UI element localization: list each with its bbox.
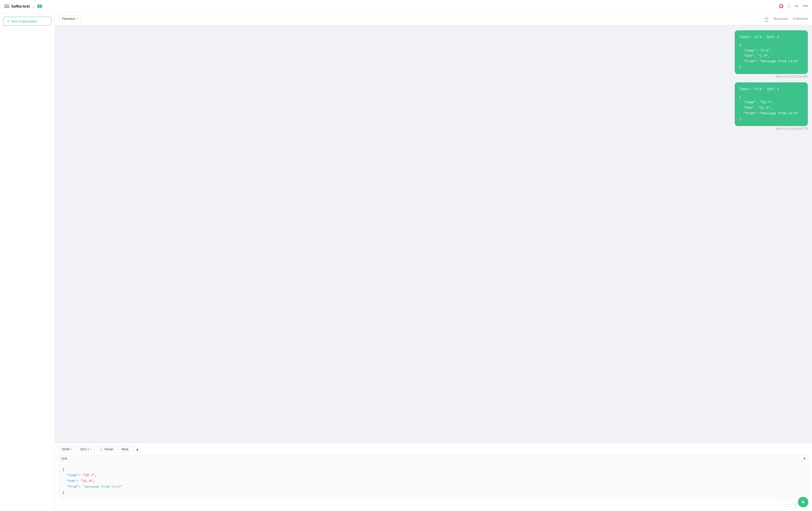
publish-qos-select[interactable]: QoS 1 ▾ [77, 446, 94, 453]
message-bubble-1: Topic: t1/a QoS: 1 { "temp": "3.5", "hum… [735, 30, 808, 74]
format-select[interactable]: Plaintext ▾ [59, 15, 81, 22]
send-button[interactable]: ➤ [798, 497, 808, 507]
chevron-down-icon[interactable]: ⌄ [32, 4, 35, 8]
topic-chevron-icon: ▾ [804, 457, 806, 460]
message-topic-1: Topic: t1/a [740, 34, 762, 40]
message-timestamp-1: 2024-10-18 13:57:59:494 [776, 75, 808, 78]
publish-format-select[interactable]: JSON ▾ [59, 446, 75, 453]
message-topic-line-2: Topic: t1/b QoS: 1 [740, 86, 803, 92]
publish-qos-chevron: ▾ [90, 448, 92, 451]
message-wrapper-2: Topic: t1/b QoS: 1 { "temp": "18.7", "hu… [59, 82, 808, 130]
send-icon: ➤ [800, 499, 807, 506]
edit-icon[interactable]: ✏ [795, 3, 799, 9]
message-timestamp-2: 2024-10-18 13:58:28:779 [776, 127, 808, 130]
json-editor[interactable]: { "temp": "18.7", "hum": "21.4", "from":… [59, 464, 808, 499]
new-subscription-button[interactable]: + New Subscription [3, 17, 52, 26]
tab-published[interactable]: Published [793, 16, 808, 21]
message-qos-2: QoS: 1 [767, 86, 779, 92]
new-subscription-label: New Subscription [11, 19, 37, 23]
message-body-1: { "temp": "3.5", "hum": "1.9", "from": "… [740, 43, 803, 70]
publish-qos-label: QoS 1 [80, 448, 89, 451]
retain-label: Retain [105, 448, 114, 451]
header-left: kafka-test ⌄ 2 [4, 4, 42, 9]
message-topic-2: Topic: t1/b [740, 86, 762, 92]
nav-back-button[interactable]: ← [783, 500, 790, 507]
messages-area: Topic: t1/a QoS: 1 { "temp": "3.5", "hum… [55, 25, 812, 443]
filter-tabs: All Received Published [764, 16, 808, 22]
message-bubble-2: Topic: t1/b QoS: 1 { "temp": "18.7", "hu… [735, 82, 808, 126]
message-wrapper-1: Topic: t1/a QoS: 1 { "temp": "3.5", "hum… [59, 30, 808, 78]
format-label: Plaintext [62, 17, 75, 21]
publish-panel: JSON ▾ QoS 1 ▾ Retain Meta [55, 443, 812, 511]
json-val-hum: "21.4" [81, 479, 93, 483]
plus-icon: + [7, 19, 9, 24]
json-key-hum: "hum" [67, 479, 77, 483]
retain-toggle[interactable]: Retain [97, 446, 117, 453]
editor-nav: ← □ → [59, 500, 808, 507]
json-close-brace: } [62, 491, 64, 494]
up-icon: ▲ [136, 448, 139, 451]
topic-value[interactable]: t1/b [61, 457, 67, 460]
meta-label: Meta [121, 448, 128, 451]
header: kafka-test ⌄ 2 ⏻ □ ✏ ••• [0, 0, 812, 12]
message-body-2: { "temp": "18.7", "hum": "21.4", "from":… [740, 95, 803, 122]
retain-circle-icon [99, 448, 103, 451]
publish-format-label: JSON [61, 448, 70, 451]
top-bar: Plaintext ▾ All Received Published [55, 12, 812, 25]
json-val-temp: "18.7" [83, 473, 95, 477]
json-key-temp: "temp" [67, 473, 79, 477]
up-button[interactable]: ▲ [133, 446, 141, 453]
publish-area: JSON ▾ QoS 1 ▾ Retain Meta [55, 443, 812, 511]
connection-badge: 2 [37, 4, 42, 8]
chat-icon[interactable]: □ [788, 3, 790, 9]
meta-button[interactable]: Meta [119, 446, 132, 453]
message-topic-line-1: Topic: t1/a QoS: 1 [740, 34, 803, 40]
topic-input-row: t1/b ▾ [59, 455, 808, 462]
tab-received[interactable]: Received [774, 16, 788, 21]
menu-icon[interactable] [4, 4, 9, 9]
more-icon[interactable]: ••• [803, 3, 808, 9]
header-right: ⏻ □ ✏ ••• [779, 3, 808, 9]
format-chevron-icon: ▾ [77, 17, 78, 20]
publish-toolbar: JSON ▾ QoS 1 ▾ Retain Meta [59, 446, 808, 453]
json-key-from: "from" [67, 485, 79, 489]
tab-all[interactable]: All [764, 16, 768, 22]
message-qos-1: QoS: 1 [767, 34, 779, 40]
publish-format-chevron: ▾ [71, 448, 72, 451]
main-layout: + New Subscription Plaintext ▾ All Recei… [0, 12, 812, 511]
content-area: Plaintext ▾ All Received Published Topic… [55, 12, 812, 511]
power-icon[interactable]: ⏻ [779, 3, 784, 9]
json-val-from: "message from t1/b" [83, 485, 121, 489]
app-name: kafka-test [11, 4, 30, 8]
sidebar: + New Subscription [0, 12, 55, 511]
json-open-brace: { [62, 467, 64, 472]
